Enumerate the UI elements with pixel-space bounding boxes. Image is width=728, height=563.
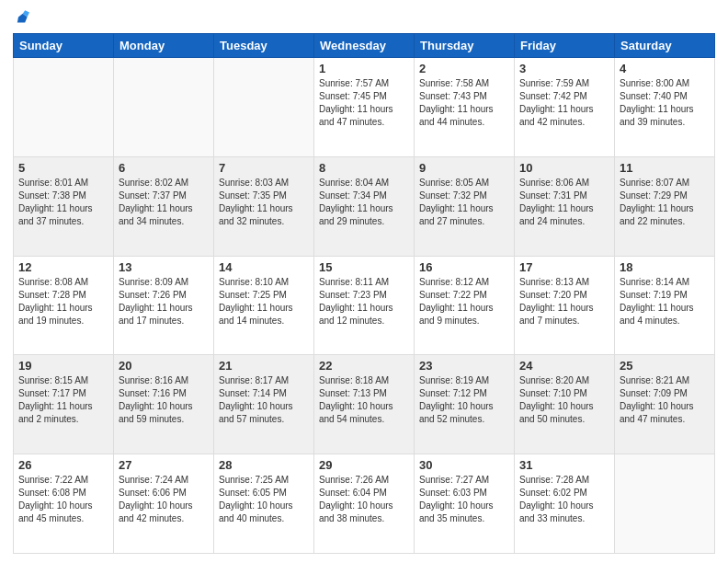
day-number: 22 [319,359,409,373]
day-number: 6 [119,161,209,175]
day-cell: 7Sunrise: 8:03 AM Sunset: 7:35 PM Daylig… [214,156,314,256]
day-number: 17 [519,260,609,274]
page: SundayMondayTuesdayWednesdayThursdayFrid… [0,0,728,563]
day-cell: 23Sunrise: 8:19 AM Sunset: 7:12 PM Dayli… [415,355,515,454]
day-cell: 25Sunrise: 8:21 AM Sunset: 7:09 PM Dayli… [615,355,715,454]
day-cell: 19Sunrise: 8:15 AM Sunset: 7:17 PM Dayli… [14,355,114,454]
day-number: 19 [18,359,108,373]
day-number: 30 [419,458,509,472]
day-info: Sunrise: 7:58 AM Sunset: 7:43 PM Dayligh… [419,77,509,129]
day-info: Sunrise: 8:03 AM Sunset: 7:35 PM Dayligh… [219,177,309,228]
day-info: Sunrise: 8:17 AM Sunset: 7:14 PM Dayligh… [219,374,309,426]
day-number: 9 [419,161,509,175]
day-info: Sunrise: 8:02 AM Sunset: 7:37 PM Dayligh… [119,177,209,228]
day-info: Sunrise: 7:25 AM Sunset: 6:05 PM Dayligh… [219,474,309,525]
weekday-wednesday: Wednesday [314,34,415,58]
day-info: Sunrise: 8:16 AM Sunset: 7:16 PM Dayligh… [119,374,209,426]
day-number: 13 [119,260,209,274]
day-cell [14,58,114,157]
day-number: 8 [319,161,409,175]
day-info: Sunrise: 8:11 AM Sunset: 7:23 PM Dayligh… [319,276,409,327]
week-row-1: 1Sunrise: 7:57 AM Sunset: 7:45 PM Daylig… [14,58,715,157]
day-number: 5 [18,161,108,175]
day-number: 24 [519,359,609,373]
day-cell: 13Sunrise: 8:09 AM Sunset: 7:26 PM Dayli… [114,256,214,355]
day-number: 25 [620,359,710,373]
day-info: Sunrise: 8:07 AM Sunset: 7:29 PM Dayligh… [620,177,710,228]
day-cell [214,58,314,157]
day-info: Sunrise: 7:57 AM Sunset: 7:45 PM Dayligh… [319,77,409,129]
day-info: Sunrise: 8:06 AM Sunset: 7:31 PM Dayligh… [519,177,609,228]
day-cell: 3Sunrise: 7:59 AM Sunset: 7:42 PM Daylig… [515,58,615,157]
day-number: 16 [419,260,509,274]
day-info: Sunrise: 8:08 AM Sunset: 7:28 PM Dayligh… [18,276,108,327]
day-info: Sunrise: 8:09 AM Sunset: 7:26 PM Dayligh… [119,276,209,327]
day-number: 26 [18,458,108,472]
day-cell: 15Sunrise: 8:11 AM Sunset: 7:23 PM Dayli… [314,256,415,355]
day-info: Sunrise: 7:26 AM Sunset: 6:04 PM Dayligh… [319,474,409,525]
weekday-tuesday: Tuesday [214,34,314,58]
day-cell: 11Sunrise: 8:07 AM Sunset: 7:29 PM Dayli… [615,156,715,256]
day-number: 1 [319,62,409,75]
day-info: Sunrise: 8:14 AM Sunset: 7:19 PM Dayligh… [620,276,710,327]
day-number: 15 [319,260,409,274]
day-info: Sunrise: 7:27 AM Sunset: 6:03 PM Dayligh… [419,474,509,525]
day-number: 20 [119,359,209,373]
header [13,9,715,26]
day-cell: 4Sunrise: 8:00 AM Sunset: 7:40 PM Daylig… [615,58,715,157]
day-cell: 29Sunrise: 7:26 AM Sunset: 6:04 PM Dayli… [314,454,415,554]
day-cell: 16Sunrise: 8:12 AM Sunset: 7:22 PM Dayli… [415,256,515,355]
day-number: 23 [419,359,509,373]
day-number: 12 [18,260,108,274]
day-cell: 20Sunrise: 8:16 AM Sunset: 7:16 PM Dayli… [114,355,214,454]
day-cell: 17Sunrise: 8:13 AM Sunset: 7:20 PM Dayli… [515,256,615,355]
calendar: SundayMondayTuesdayWednesdayThursdayFrid… [13,33,715,554]
day-cell: 2Sunrise: 7:58 AM Sunset: 7:43 PM Daylig… [415,58,515,157]
day-info: Sunrise: 8:18 AM Sunset: 7:13 PM Dayligh… [319,374,409,426]
day-cell: 21Sunrise: 8:17 AM Sunset: 7:14 PM Dayli… [214,355,314,454]
day-info: Sunrise: 8:20 AM Sunset: 7:10 PM Dayligh… [519,374,609,426]
day-number: 2 [419,62,509,75]
day-cell: 31Sunrise: 7:28 AM Sunset: 6:02 PM Dayli… [515,454,615,554]
day-number: 27 [119,458,209,472]
day-cell: 6Sunrise: 8:02 AM Sunset: 7:37 PM Daylig… [114,156,214,256]
day-cell: 9Sunrise: 8:05 AM Sunset: 7:32 PM Daylig… [415,156,515,256]
logo-icon [13,9,29,26]
week-row-3: 12Sunrise: 8:08 AM Sunset: 7:28 PM Dayli… [14,256,715,355]
day-info: Sunrise: 7:28 AM Sunset: 6:02 PM Dayligh… [519,474,609,525]
day-number: 11 [620,161,710,175]
day-cell [615,454,715,554]
day-number: 28 [219,458,309,472]
day-number: 7 [219,161,309,175]
day-cell: 14Sunrise: 8:10 AM Sunset: 7:25 PM Dayli… [214,256,314,355]
day-cell: 22Sunrise: 8:18 AM Sunset: 7:13 PM Dayli… [314,355,415,454]
day-cell: 27Sunrise: 7:24 AM Sunset: 6:06 PM Dayli… [114,454,214,554]
day-info: Sunrise: 8:13 AM Sunset: 7:20 PM Dayligh… [519,276,609,327]
day-cell: 26Sunrise: 7:22 AM Sunset: 6:08 PM Dayli… [14,454,114,554]
day-info: Sunrise: 8:04 AM Sunset: 7:34 PM Dayligh… [319,177,409,228]
day-number: 21 [219,359,309,373]
day-info: Sunrise: 8:21 AM Sunset: 7:09 PM Dayligh… [620,374,710,426]
day-number: 31 [519,458,609,472]
day-info: Sunrise: 7:59 AM Sunset: 7:42 PM Dayligh… [519,77,609,129]
day-info: Sunrise: 8:01 AM Sunset: 7:38 PM Dayligh… [18,177,108,228]
day-cell: 28Sunrise: 7:25 AM Sunset: 6:05 PM Dayli… [214,454,314,554]
day-cell: 1Sunrise: 7:57 AM Sunset: 7:45 PM Daylig… [314,58,415,157]
weekday-friday: Friday [515,34,615,58]
day-info: Sunrise: 8:15 AM Sunset: 7:17 PM Dayligh… [18,374,108,426]
day-info: Sunrise: 7:24 AM Sunset: 6:06 PM Dayligh… [119,474,209,525]
day-number: 18 [620,260,710,274]
weekday-header-row: SundayMondayTuesdayWednesdayThursdayFrid… [14,34,715,58]
week-row-5: 26Sunrise: 7:22 AM Sunset: 6:08 PM Dayli… [14,454,715,554]
day-info: Sunrise: 8:05 AM Sunset: 7:32 PM Dayligh… [419,177,509,228]
day-info: Sunrise: 8:19 AM Sunset: 7:12 PM Dayligh… [419,374,509,426]
day-cell: 24Sunrise: 8:20 AM Sunset: 7:10 PM Dayli… [515,355,615,454]
day-number: 4 [620,62,710,75]
week-row-4: 19Sunrise: 8:15 AM Sunset: 7:17 PM Dayli… [14,355,715,454]
day-cell: 12Sunrise: 8:08 AM Sunset: 7:28 PM Dayli… [14,256,114,355]
day-info: Sunrise: 8:12 AM Sunset: 7:22 PM Dayligh… [419,276,509,327]
day-cell: 30Sunrise: 7:27 AM Sunset: 6:03 PM Dayli… [415,454,515,554]
day-cell: 8Sunrise: 8:04 AM Sunset: 7:34 PM Daylig… [314,156,415,256]
day-info: Sunrise: 8:00 AM Sunset: 7:40 PM Dayligh… [620,77,710,129]
day-cell: 10Sunrise: 8:06 AM Sunset: 7:31 PM Dayli… [515,156,615,256]
